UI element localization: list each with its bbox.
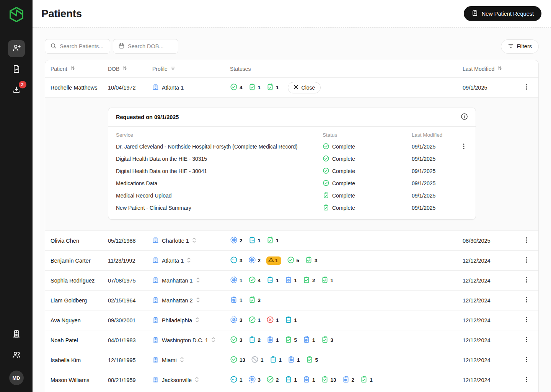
status-count: 2	[240, 238, 243, 243]
statuses-cell: 13	[230, 296, 463, 305]
service-status: Complete	[332, 144, 355, 150]
services-header-row: ServiceStatusLast Modified	[116, 128, 468, 140]
service-status: Complete	[332, 193, 355, 199]
table-row[interactable]: Isabella Kim12/18/1995Miami13111512/12/2…	[45, 350, 538, 370]
sidebar-item-downloads[interactable]: 2	[8, 82, 25, 99]
status-chip-gear-dashed: 3	[248, 376, 261, 384]
row-menu-button[interactable]	[521, 295, 532, 306]
new-patient-request-button[interactable]: New Patient Request	[464, 6, 541, 21]
column-header-patient[interactable]: Patient	[51, 65, 108, 72]
status-chip-circle-check: 4	[230, 83, 243, 92]
status-chip-clipboard-gear: 1	[230, 296, 243, 305]
status-count: 3	[331, 337, 334, 343]
row-menu-button[interactable]	[521, 82, 532, 93]
profile-name: Philadelphia	[162, 317, 192, 323]
patient-dob: 07/08/1975	[108, 278, 152, 284]
kebab-icon	[523, 376, 530, 384]
kebab-icon	[523, 256, 530, 265]
search-patients-box[interactable]	[45, 39, 110, 54]
status-chip-clipboard-gear-up: 2	[342, 376, 355, 384]
status-chip-circle-check: 2	[266, 376, 279, 384]
patient-dob: 11/23/1992	[108, 258, 152, 264]
table-row[interactable]: Mason Williams08/21/1959Jacksonville1321…	[45, 370, 538, 390]
row-menu-button[interactable]	[521, 374, 532, 386]
row-menu-button[interactable]	[521, 335, 532, 346]
kebab-icon	[523, 276, 530, 284]
status-chip-circle-check: 3	[230, 336, 243, 345]
status-count: 5	[294, 337, 297, 343]
status-chip-circle-check: 4	[248, 276, 261, 285]
profile-selector[interactable]: Atlanta 1	[152, 257, 230, 265]
table-row[interactable]	[45, 390, 538, 392]
service-name: Dr. Jared Cleveland - Northside Hospital…	[116, 144, 323, 150]
row-menu-button[interactable]	[521, 275, 532, 286]
status-count: 2	[276, 377, 279, 383]
table-row[interactable]: Rochelle Matthews10/04/1972Atlanta 1411C…	[45, 77, 538, 97]
patient-name: Isabella Kim	[51, 357, 108, 363]
service-menu-button[interactable]	[460, 142, 468, 151]
document-chart-icon	[12, 64, 21, 75]
clipboard-up-icon	[266, 236, 274, 245]
clipboard-up-icon	[360, 376, 368, 384]
clipboard-gear-up-icon	[342, 376, 350, 384]
clipboard-dots-icon	[285, 376, 292, 384]
filters-button[interactable]: Filters	[501, 39, 539, 54]
last-modified: 12/12/2024	[463, 357, 521, 363]
column-header-dob[interactable]: DOB	[108, 65, 152, 72]
status-chip-clipboard-gear: 1	[266, 336, 279, 345]
status-count: 2	[352, 377, 355, 383]
status-count: 1	[276, 238, 279, 243]
filter-icon	[170, 65, 176, 72]
kebab-icon	[523, 356, 530, 364]
status-count: 5	[297, 258, 300, 263]
profile-selector[interactable]: Charlotte 1	[152, 237, 230, 245]
last-modified-column-label: Last Modified	[412, 132, 460, 138]
content-area: Filters Patient DOB Profile Statuses	[33, 28, 551, 392]
chevron-up-down-icon	[195, 317, 199, 324]
profile-selector[interactable]: Manhattan 2	[152, 297, 230, 304]
table-row[interactable]: Sophia Rodriguez07/08/1975Manhattan 1141…	[45, 270, 538, 290]
status-count: 1	[276, 337, 279, 343]
table-row[interactable]: Olivia Chen05/12/1988Charlotte 121108/30…	[45, 230, 538, 250]
gear-dashed-icon	[230, 316, 238, 325]
status-chip-clipboard-gear: 1	[303, 376, 315, 384]
row-menu-button[interactable]	[521, 354, 532, 366]
column-header-last-modified[interactable]: Last Modified	[463, 65, 521, 72]
sidebar-item-team[interactable]	[8, 347, 25, 364]
search-dob-box[interactable]	[113, 39, 178, 54]
sidebar-item-facility[interactable]	[8, 326, 25, 343]
profile-selector[interactable]: Philadelphia	[152, 317, 230, 324]
table-row[interactable]: Liam Goldberg02/15/1964Manhattan 21312/1…	[45, 290, 538, 310]
status-chip-clipboard-check: 2	[303, 276, 315, 285]
last-modified: 12/12/2024	[463, 297, 521, 304]
sidebar-item-reports[interactable]	[8, 61, 25, 78]
search-dob-input[interactable]	[128, 43, 173, 49]
status-count: 1	[258, 238, 261, 243]
row-menu-button[interactable]	[521, 255, 532, 266]
profile-selector[interactable]: Atlanta 1	[152, 84, 230, 91]
status-count: 1	[297, 357, 300, 363]
search-patients-input[interactable]	[60, 43, 105, 49]
info-button[interactable]	[461, 113, 468, 121]
profile-selector[interactable]: Manhattan 1	[152, 277, 230, 284]
profile-selector[interactable]: Jacksonville	[152, 376, 230, 384]
table-row[interactable]: Noah Patel04/01/1983Washington D.C. 1321…	[45, 330, 538, 350]
status-count: 1	[331, 278, 334, 283]
users-icon	[12, 350, 21, 361]
column-header-profile[interactable]: Profile	[152, 65, 230, 72]
row-menu-button[interactable]	[521, 315, 532, 326]
row-menu-button[interactable]	[521, 235, 532, 247]
sidebar-item-patients[interactable]	[8, 40, 25, 57]
clipboard-check-icon	[303, 276, 310, 285]
profile-selector[interactable]: Washington D.C. 1	[152, 336, 230, 344]
profile-selector[interactable]: Miami	[152, 356, 230, 364]
status-count: 3	[240, 258, 243, 263]
status-chip-clipboard-check: 13	[321, 376, 336, 384]
table-row[interactable]: Benjamin Carter11/23/1992Atlanta 1321531…	[45, 250, 538, 270]
user-avatar[interactable]: MD	[9, 371, 24, 385]
building-icon	[152, 277, 159, 284]
close-request-button[interactable]: Close	[288, 82, 321, 93]
table-row[interactable]: Ava Nguyen09/30/2001Philadelphia311112/1…	[45, 310, 538, 330]
clipboard-up-icon	[321, 276, 329, 285]
status-count: 1	[258, 85, 261, 90]
